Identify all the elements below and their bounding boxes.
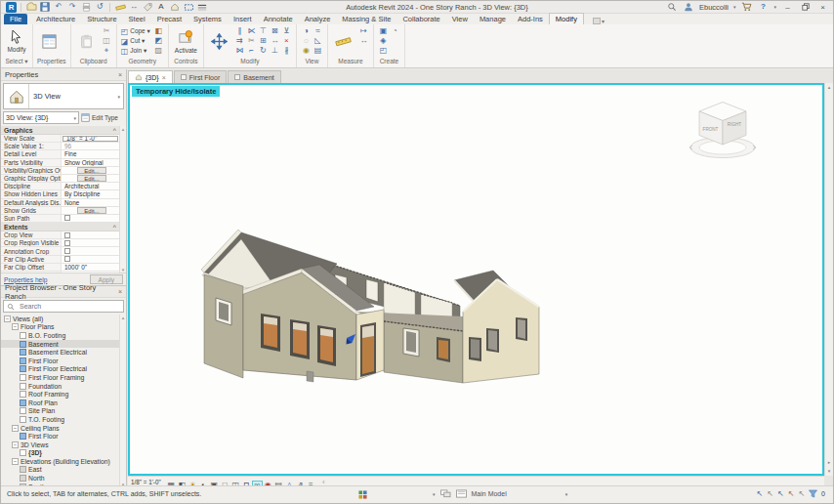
3d-house-model[interactable] [192,224,563,395]
tree-item-north[interactable]: North [1,474,119,483]
thin-lines-icon[interactable] [196,2,208,13]
instance-selector[interactable]: 3D View: {3D} ▾ [3,111,79,124]
pin-icon[interactable]: ⊥ [270,46,280,56]
panel-label-geometry[interactable]: Geometry [117,58,168,67]
design-options-icon[interactable] [456,489,467,498]
ribbon-tab-analyze[interactable]: Analyze [299,14,337,24]
browser-scrollbar[interactable]: ▴▾ [119,315,126,487]
help-menu-caret-icon[interactable]: ▾ [773,4,776,10]
ribbon-tab-annotate[interactable]: Annotate [258,14,299,24]
close-button[interactable]: × [816,2,829,13]
linework-icon[interactable]: ≈ [313,26,323,36]
unpin-icon[interactable]: ⊻ [281,26,292,36]
ribbon-tab-modify[interactable]: Modify [549,13,584,24]
ribbon-tab-structure[interactable]: Structure [81,14,122,24]
view-scale-button[interactable]: 1/8" = 1'-0" [131,479,161,485]
trim-extend-corner-icon[interactable]: ⌐ [246,46,257,56]
ribbon-tab-insert[interactable]: Insert [228,14,258,24]
checkbox[interactable] [64,215,70,221]
tree-item-views-all[interactable]: −Views (all) [1,315,119,323]
create-parts-icon[interactable]: ◔ [390,26,400,36]
tree-expander-icon[interactable]: − [4,315,11,322]
user-menu-caret-icon[interactable]: ▾ [733,4,736,10]
rotate-icon[interactable]: ↻ [258,46,269,56]
checkbox[interactable] [64,240,70,246]
panel-label-select[interactable]: Select ▾ [1,58,32,67]
browser-search-input[interactable] [18,302,120,311]
select-pinned-elements-toggle[interactable]: ↖ [777,490,784,498]
tree-item-first-floor[interactable]: First Floor [1,357,119,365]
ribbon-tab-steel[interactable]: Steel [123,14,151,24]
checkbox[interactable] [64,256,70,262]
copy-icon[interactable]: ⊞ [258,36,269,46]
edit-button[interactable]: Edit... [77,175,105,182]
filter-icon[interactable] [809,489,817,498]
paint-icon[interactable]: ◧ [153,26,164,36]
modify-button[interactable]: Modify [5,28,28,54]
cut-profile-icon[interactable]: ◺ [313,36,323,46]
browser-search[interactable] [3,300,124,313]
create-group-icon[interactable]: ▣ [378,26,389,36]
ribbon-tab-add-ins[interactable]: Add-Ins [512,14,549,24]
demolish-icon[interactable]: ▨ [153,46,164,56]
section-collapse-icon[interactable]: ^ [112,127,116,133]
tree-item-t-o-footing[interactable]: T.O. Footing [1,415,119,424]
search-icon[interactable] [666,2,678,13]
tree-item-roof-framing[interactable]: Roof Framing [1,390,119,399]
undo-icon[interactable]: ↶ [53,2,64,13]
cope-button[interactable]: ◰Cope ▾ [121,27,150,36]
worksets-icon[interactable] [440,489,451,498]
design-option-caret-icon[interactable]: ▾ [565,491,568,497]
prop-value[interactable]: None [62,199,119,206]
tree-item-first-floor-framing[interactable]: First Floor Framing [1,373,119,382]
measure-icon[interactable] [114,2,126,13]
edit-button[interactable]: Edit... [77,207,105,214]
tree-item-basement-electrical[interactable]: Basement Electrical [1,348,119,357]
join-button[interactable]: ◫Join ▾ [121,47,150,56]
default-3d-view-icon[interactable] [169,2,181,13]
drag-elements-on-selection-toggle[interactable]: ↖ [798,490,805,498]
tree-expander-icon[interactable]: − [12,441,19,448]
select-elements-by-face-toggle[interactable]: ↖ [788,490,795,498]
tree-item-first-floor-electrical[interactable]: First Floor Electrical [1,365,119,374]
view-tab-basement[interactable]: Basement [228,70,281,83]
redo-icon[interactable]: ↷ [66,2,78,13]
view-tab-first-floor[interactable]: First Floor [174,70,228,83]
prop-value[interactable]: By Discipline [62,190,119,197]
panel-label-clipboard[interactable]: Clipboard [71,58,116,67]
measure-ruler-button[interactable] [332,33,355,50]
prop-value[interactable]: Architectural [62,183,119,189]
ribbon-tab-precast[interactable]: Precast [151,14,188,24]
activate-button[interactable]: Activate [173,28,199,55]
type-selector-caret-icon[interactable]: ▾ [117,94,120,100]
tree-item-first-floor[interactable]: First Floor [1,432,119,441]
hide-in-view-icon[interactable]: ◌ [301,36,312,46]
tree-item-roof-plan[interactable]: Roof Plan [1,399,119,407]
tree-expander-icon[interactable]: − [12,323,19,330]
section-header-extents[interactable]: Extents^ [1,223,119,231]
ribbon-tab-manage[interactable]: Manage [474,14,512,24]
user-avatar-icon[interactable] [683,2,694,13]
background-processes-icon[interactable] [358,490,367,499]
viewport-scrollbar[interactable]: ▴ ▸ ▾ [824,83,833,476]
revit-logo[interactable]: R [5,2,17,13]
properties-close-icon[interactable]: × [118,71,122,78]
tree-item-3d-views[interactable]: −3D Views [1,441,119,449]
tree-item-ceiling-plans[interactable]: −Ceiling Plans [1,424,119,433]
prop-value[interactable]: Show Original [62,159,119,166]
select-underlay-elements-toggle[interactable]: ↖ [767,490,773,498]
username[interactable]: Ebuccolli [699,3,729,12]
open-file-icon[interactable] [25,2,37,13]
split-face-icon[interactable]: ◩ [153,36,164,46]
delete-icon[interactable]: × [281,36,292,46]
sync-with-central-icon[interactable]: ↺ [94,2,105,13]
split-with-gap-icon[interactable]: ∦ [281,46,292,56]
worksets-caret-icon[interactable]: ▾ [433,491,436,497]
tag-icon[interactable] [142,2,153,13]
panel-label-create[interactable]: Create [374,58,404,67]
move-button[interactable] [208,32,231,51]
ribbon-tab-file[interactable]: File [4,14,27,24]
tree-item-b-o-footing[interactable]: B.O. Footing [1,331,119,340]
view-tab-3d[interactable]: {3D}× [128,70,173,83]
cut-to-clipboard-icon[interactable]: ✂ [102,26,112,36]
